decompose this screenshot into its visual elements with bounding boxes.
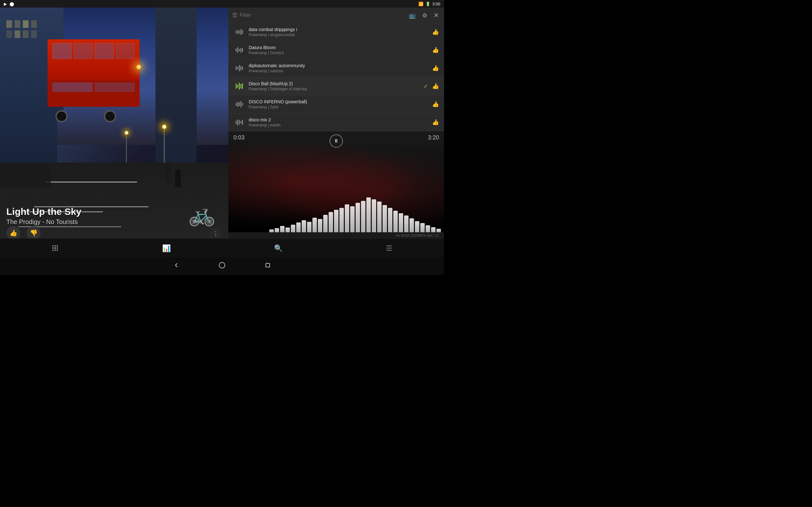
nav-equalizer-button[interactable]: 📊 (156, 240, 177, 256)
like-icon-6[interactable]: 👍 (432, 119, 439, 126)
more-options-button[interactable]: ⋮ (209, 227, 222, 240)
queue-item-4[interactable]: Disco Ball (MashUp 2) Poweramp | Stahlre… (229, 77, 444, 95)
thumbs-up-icon: 👍 (9, 229, 17, 237)
queue-item-sub-4: Poweramp | Stahlregen & Aderrasi (249, 87, 423, 91)
queue-item-title-6: disco mix 2 (249, 117, 432, 122)
cast-icon: 📺 (409, 12, 416, 19)
visualizer-bar (275, 228, 279, 232)
visualizer-bar (366, 198, 371, 232)
back-button[interactable] (172, 262, 180, 271)
visualizer-bar (372, 199, 376, 233)
play-pause-button[interactable]: ⏸ (329, 134, 343, 148)
album-art-panel[interactable]: 🚲 Light Up the Sky The Prodigy - No Tour… (0, 8, 229, 257)
visualizer-bar (280, 226, 285, 232)
queue-item-1[interactable]: data combat dripppings i Poweramp | drug… (229, 23, 444, 41)
visualizer-bar (426, 225, 430, 232)
like-icon-1[interactable]: 👍 (432, 29, 439, 36)
dislike-button[interactable]: 👎 (27, 226, 41, 240)
street-light-2 (126, 131, 127, 163)
visualizer-bars (269, 198, 444, 232)
svg-rect-1 (266, 263, 270, 267)
grid-icon: ⊞ (52, 243, 59, 252)
wifi-icon: 📶 (418, 2, 423, 6)
visualizer-bar (318, 219, 322, 232)
car-left (0, 165, 51, 187)
visualizer-bar (383, 205, 387, 232)
clock: 3:00 (432, 2, 440, 6)
visualizer-bar (388, 208, 392, 232)
visualizer-bar (291, 225, 295, 232)
queue-panel[interactable]: ☰ 📺 ⚙ ✕ (229, 8, 444, 131)
recents-icon (264, 262, 271, 269)
home-icon (218, 262, 226, 269)
bicycle: 🚲 (188, 201, 216, 227)
red-bus (48, 39, 140, 118)
queue-item-sub-6: Poweramp | martin (249, 123, 432, 127)
visualizer-bar (286, 228, 290, 232)
song-info-overlay: Light Up the Sky The Prodigy - No Touris… (6, 206, 82, 226)
queue-item-title-4: Disco Ball (MashUp 2) (249, 81, 423, 86)
visualizer-bar (323, 215, 328, 232)
home-button[interactable] (218, 262, 226, 271)
play-indicator-icon: ▶ (4, 2, 7, 6)
like-button[interactable]: 👍 (6, 226, 20, 240)
like-icon-2[interactable]: 👍 (432, 47, 439, 54)
like-icon-3[interactable]: 👍 (432, 65, 439, 72)
visualizer-bar (269, 229, 274, 232)
close-button[interactable]: ✕ (432, 10, 440, 20)
queue-item-info-1: data combat dripppings i Poweramp | drug… (249, 27, 432, 37)
like-icon-4[interactable]: 👍 (432, 83, 439, 90)
total-time-display: 3:20 (428, 134, 439, 141)
back-icon (172, 262, 180, 269)
visualizer-bar (302, 220, 306, 233)
audio-info: 44.1KHZ 262KBPS AAC LC (229, 232, 444, 239)
song-artist: The Prodigy - No Tourists (6, 218, 82, 226)
visualizer-bar (356, 203, 360, 233)
queue-item-3[interactable]: diploautomatic autoimmunity Poweramp | s… (229, 59, 444, 77)
navigation-bar[interactable]: ⊞ 📊 🔍 ☰ (0, 238, 444, 257)
filter-bar: ☰ 📺 ⚙ ✕ (229, 8, 444, 23)
like-dislike-controls[interactable]: 👍 👎 (6, 226, 41, 240)
visualizer-bar (399, 213, 403, 233)
waveform-icon-6 (234, 117, 245, 128)
street-light-1 (164, 124, 165, 163)
visualizer-bar (409, 218, 414, 232)
visualizer-bar (339, 208, 344, 232)
settings-button[interactable]: ⚙ (421, 10, 428, 20)
building-right (155, 8, 197, 170)
right-panel: ☰ 📺 ⚙ ✕ (229, 8, 444, 257)
visualizer-bar (296, 222, 301, 232)
nav-menu-button[interactable]: ☰ (380, 240, 399, 256)
queue-item-sub-3: Poweramp | suksma (249, 69, 432, 73)
hamburger-icon: ☰ (386, 244, 392, 252)
waveform-icon-3 (234, 62, 245, 74)
queue-item-sub-1: Poweramp | drugsincombat (249, 33, 432, 37)
visualizer-bar (361, 201, 365, 232)
cast-button[interactable]: 📺 (408, 10, 417, 20)
nav-search-button[interactable]: 🔍 (268, 240, 289, 256)
queue-item-sub-5: Poweramp | Zylot (249, 105, 432, 109)
visualizer-bar (377, 202, 382, 232)
visualizer-bar (312, 218, 317, 232)
system-navigation-bar[interactable] (0, 257, 444, 275)
queue-item-title-3: diploautomatic autoimmunity (249, 63, 432, 68)
queue-item-2[interactable]: Datura Bloom Poweramp | Goody's 👍 (229, 41, 444, 59)
visualizer-bar (431, 227, 436, 233)
queue-item-info-4: Disco Ball (MashUp 2) Poweramp | Stahlre… (249, 81, 423, 91)
thumbs-down-icon: 👎 (30, 229, 38, 237)
equalizer-icon: 📊 (162, 244, 171, 252)
queue-item-title-5: DISCO INFERNO (powerball) (249, 99, 432, 104)
like-icon-5[interactable]: 👍 (432, 101, 439, 108)
currently-playing-checkmark: ✓ (423, 83, 428, 90)
status-left-icons: ▶ ⬤ (4, 2, 14, 6)
queue-item-info-5: DISCO INFERNO (powerball) Poweramp | Zyl… (249, 99, 432, 109)
filter-input[interactable] (240, 12, 405, 18)
nav-grid-button[interactable]: ⊞ (45, 240, 65, 256)
queue-item-6[interactable]: disco mix 2 Poweramp | martin 👍 (229, 113, 444, 131)
queue-item-5[interactable]: DISCO INFERNO (powerball) Poweramp | Zyl… (229, 95, 444, 113)
close-icon: ✕ (434, 12, 439, 19)
pedestrian-2 (175, 170, 181, 187)
android-icon: ⬤ (9, 2, 14, 6)
recents-button[interactable] (264, 262, 271, 271)
visualizer-bar (345, 205, 349, 232)
